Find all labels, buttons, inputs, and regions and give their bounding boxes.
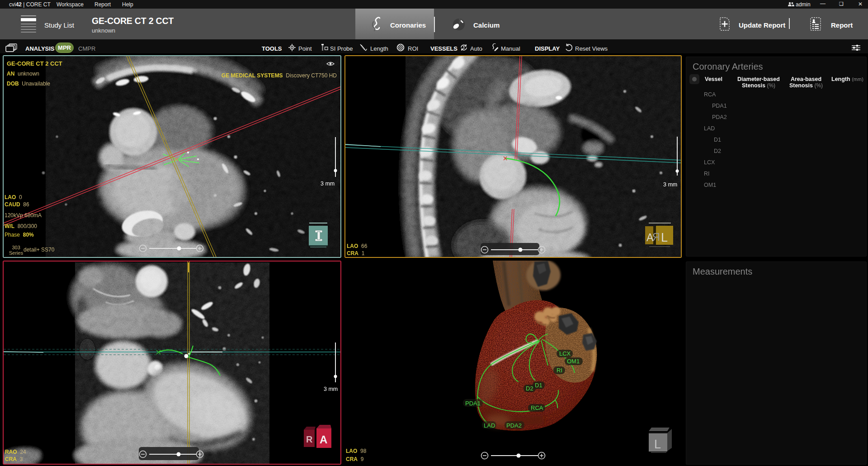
- svg-text:RCA: RCA: [531, 404, 543, 411]
- svg-text:LAD: LAD: [484, 422, 495, 429]
- svg-text:R: R: [306, 434, 313, 444]
- svg-text:D2: D2: [526, 385, 533, 392]
- svg-text:LCX: LCX: [559, 350, 571, 357]
- svg-text:PDA1: PDA1: [465, 400, 481, 407]
- svg-text:L: L: [661, 231, 668, 244]
- svg-text:OM1: OM1: [567, 358, 580, 365]
- svg-text:L: L: [654, 437, 661, 451]
- svg-text:3 mm: 3 mm: [324, 386, 338, 392]
- svg-text:A: A: [320, 433, 327, 446]
- svg-text:PDA2: PDA2: [506, 422, 522, 429]
- svg-text:D1: D1: [535, 382, 542, 389]
- svg-text:Я: Я: [652, 231, 660, 243]
- svg-text:RI: RI: [557, 367, 562, 374]
- svg-text:3 mm: 3 mm: [663, 181, 677, 188]
- svg-text:3 mm: 3 mm: [321, 181, 335, 187]
